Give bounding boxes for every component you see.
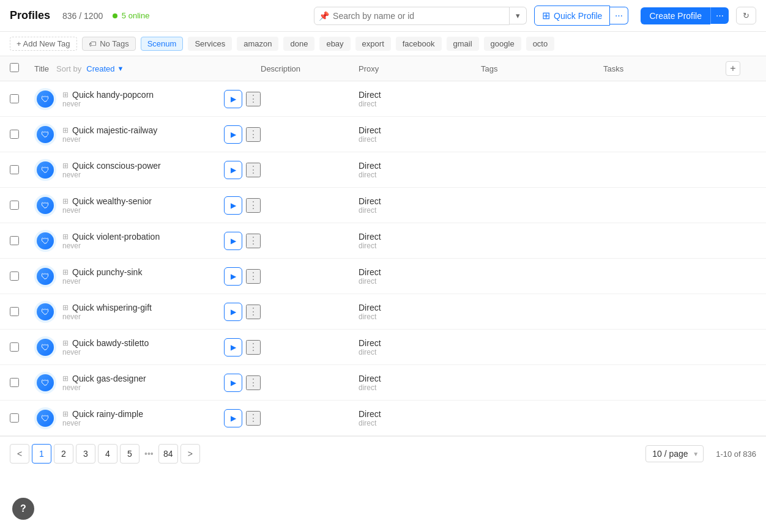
quick-profile-button[interactable]: ⊞ Quick Profile [534,6,610,26]
play-button-3[interactable]: ▶ [224,196,242,215]
more-button-6[interactable]: ⋮ [246,305,261,319]
quick-profile-more-button[interactable]: ⋯ [610,7,628,24]
page-5-button[interactable]: 5 [120,444,139,464]
row-checkbox-1[interactable] [10,130,19,139]
proxy-sub-6: direct [359,312,481,321]
create-profile-more-button[interactable]: ⋯ [710,7,729,24]
action-cell-0: ▶ ⋮ [224,90,261,108]
add-column-button[interactable]: + [726,61,740,76]
tag-facebook[interactable]: facebook [396,37,442,51]
proxy-column-header: Proxy [359,64,481,73]
more-button-1[interactable]: ⋮ [246,127,261,142]
shield-icon-5: 🛡 [41,272,50,281]
shield-icon-6: 🛡 [41,307,50,317]
more-button-0[interactable]: ⋮ [246,92,261,106]
play-button-2[interactable]: ▶ [224,161,242,179]
tag-octo[interactable]: octo [526,37,555,51]
last-page-button[interactable]: 84 [158,444,178,464]
table-row: 🛡 ⊞ Quick majestic-railway never ▶ ⋮ Dir… [0,117,766,152]
page-1-button[interactable]: 1 [32,444,51,464]
profile-name-0: Quick handy-popcorn [72,90,154,100]
page-2-button[interactable]: 2 [54,444,73,464]
tag-amazon[interactable]: amazon [237,37,278,51]
profile-time-2: never [62,171,161,179]
page-4-button[interactable]: 4 [98,444,117,464]
os-icon-7: ⊞ [62,339,69,347]
proxy-main-6: Direct [359,303,481,312]
play-button-1[interactable]: ▶ [224,125,242,144]
play-button-8[interactable]: ▶ [224,374,242,392]
more-button-8[interactable]: ⋮ [246,375,261,390]
more-button-9[interactable]: ⋮ [246,411,261,426]
select-all-checkbox[interactable] [10,63,19,72]
add-tag-button[interactable]: + Add New Tag [10,37,77,51]
shield-icon-4: 🛡 [41,236,50,246]
shield-icon-3: 🛡 [41,201,50,210]
select-all-checkbox-cell [10,63,34,74]
next-page-button[interactable]: > [180,444,200,464]
play-button-0[interactable]: ▶ [224,90,242,108]
row-checkbox-cell-5 [10,272,34,281]
row-checkbox-9[interactable] [10,413,19,423]
profile-time-6: never [62,312,152,321]
row-checkbox-6[interactable] [10,307,19,316]
tag-scenum[interactable]: Scenum [141,37,184,51]
action-cell-4: ▶ ⋮ [224,232,261,250]
row-checkbox-2[interactable] [10,165,19,174]
more-button-4[interactable]: ⋮ [246,234,261,248]
shield-icon-0: 🛡 [41,94,50,104]
play-button-9[interactable]: ▶ [224,409,242,427]
row-checkbox-8[interactable] [10,378,19,387]
tasks-column-header: Tasks [603,64,726,73]
page-3-button[interactable]: 3 [76,444,95,464]
page-title: Profiles [10,9,50,22]
profile-cell-7: 🛡 ⊞ Quick bawdy-stiletto never ▶ ⋮ [34,336,261,358]
profile-avatar-1: 🛡 [34,124,56,146]
proxy-sub-4: direct [359,242,481,250]
tag-ebay[interactable]: ebay [319,37,350,51]
page-size-select[interactable]: 10 / page 20 / page 50 / page [645,445,704,462]
proxy-cell-9: Direct direct [359,409,481,427]
more-button-7[interactable]: ⋮ [246,340,261,355]
shield-icon-2: 🛡 [41,165,50,175]
windows-icon: ⊞ [542,10,550,21]
tags-bar: + Add New Tag 🏷 No Tags Scenum Services … [0,32,766,56]
tag-gmail[interactable]: gmail [447,37,479,51]
profile-time-7: never [62,348,149,357]
action-cell-9: ▶ ⋮ [224,409,261,427]
description-column-header: Description [261,64,359,73]
page-info: 1-10 of 836 [716,449,756,459]
os-icon-3: ⊞ [62,197,69,205]
prev-page-button[interactable]: < [10,444,29,464]
more-button-5[interactable]: ⋮ [246,269,261,284]
row-checkbox-cell-0 [10,94,34,103]
proxy-main-2: Direct [359,161,481,171]
os-icon-4: ⊞ [62,232,69,241]
create-profile-button[interactable]: Create Profile [641,7,710,24]
row-checkbox-0[interactable] [10,94,19,103]
play-button-7[interactable]: ▶ [224,338,242,357]
row-checkbox-7[interactable] [10,342,19,352]
profile-time-0: never [62,100,154,108]
row-checkbox-3[interactable] [10,201,19,210]
tag-google[interactable]: google [484,37,521,51]
play-button-5[interactable]: ▶ [224,267,242,286]
no-tags-tag[interactable]: 🏷 No Tags [82,37,136,51]
tag-services[interactable]: Services [188,37,232,51]
tag-done[interactable]: done [283,37,314,51]
profile-time-5: never [62,277,142,286]
play-button-4[interactable]: ▶ [224,232,242,250]
tag-export[interactable]: export [355,37,391,51]
refresh-button[interactable]: ↻ [736,7,756,24]
row-checkbox-5[interactable] [10,272,19,281]
profile-avatar-5: 🛡 [34,265,56,287]
more-button-2[interactable]: ⋮ [246,163,261,177]
profile-name-2: Quick conscious-power [72,161,161,171]
profile-name-1: Quick majestic-railway [72,125,157,135]
search-input[interactable] [314,7,510,25]
play-button-6[interactable]: ▶ [224,303,242,321]
more-button-3[interactable]: ⋮ [246,198,261,213]
filter-button[interactable]: ▾ [510,7,527,24]
row-checkbox-4[interactable] [10,236,19,245]
table-row: 🛡 ⊞ Quick bawdy-stiletto never ▶ ⋮ Direc… [0,330,766,365]
